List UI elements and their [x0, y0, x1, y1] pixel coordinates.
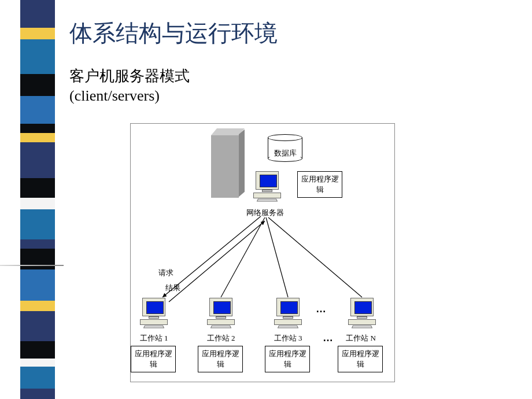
database-label: 数据库	[268, 148, 302, 158]
sidebar-color-block	[20, 198, 55, 209]
sidebar-color-block	[20, 124, 55, 133]
subtitle-line-1: 客户机服务器模式	[69, 66, 520, 86]
sidebar-color-block	[20, 249, 55, 269]
sidebar-color-block	[20, 178, 55, 198]
sidebar-color-block	[20, 96, 55, 124]
sidebar-color-block	[20, 39, 55, 74]
subtitle-line-2: (client/servers)	[69, 86, 520, 106]
sidebar-color-block	[20, 301, 55, 311]
network-server-label: 网络服务器	[236, 208, 294, 218]
sidebar-color-block	[20, 0, 55, 28]
sidebar-color-block	[20, 28, 55, 39]
svg-line-2	[221, 217, 265, 297]
workstation-2-label: 工作站 2	[198, 333, 244, 343]
workstation-3-logic-box: 应用程序逻辑	[265, 346, 310, 372]
ellipsis-icon: …	[323, 332, 333, 344]
architecture-diagram: 数据库 应用程序逻辑 网络服务器 请求 结果 … … 工作站 1 工作站 2 工…	[130, 123, 395, 382]
result-arrow-label: 结果	[165, 283, 180, 293]
server-tower-icon	[211, 128, 245, 197]
slide-title: 体系结构与运行环境	[69, 17, 520, 49]
sidebar-color-block	[20, 311, 55, 341]
workstation-2-icon	[206, 298, 236, 327]
workstation-n-logic-box: 应用程序逻辑	[338, 346, 383, 372]
slide-subtitle: 客户机服务器模式 (client/servers)	[69, 66, 520, 106]
sidebar-color-block	[20, 269, 55, 301]
sidebar-color-block	[20, 367, 55, 389]
workstation-1-logic-box: 应用程序逻辑	[131, 346, 176, 372]
workstation-3-icon	[273, 298, 303, 327]
server-app-logic-box: 应用程序逻辑	[297, 171, 342, 198]
decorative-sidebar	[20, 0, 55, 399]
sidebar-color-block	[20, 341, 55, 359]
workstation-1-icon	[139, 298, 169, 327]
workstation-1-label: 工作站 1	[131, 333, 177, 343]
sidebar-color-block	[20, 74, 55, 96]
sidebar-color-block	[20, 359, 55, 367]
server-computer-icon	[252, 171, 282, 200]
horizontal-rule	[0, 265, 64, 266]
svg-line-4	[268, 217, 362, 297]
request-arrow-label: 请求	[158, 268, 173, 278]
sidebar-color-block	[20, 209, 55, 239]
svg-line-1	[169, 221, 265, 302]
svg-line-3	[266, 217, 288, 297]
sidebar-color-block	[20, 389, 55, 399]
sidebar-color-block	[20, 133, 55, 142]
sidebar-color-block	[20, 239, 55, 249]
connection-lines	[131, 124, 396, 383]
workstation-3-label: 工作站 3	[265, 333, 311, 343]
workstation-n-icon	[347, 298, 377, 327]
ellipsis-icon: …	[316, 303, 326, 315]
workstation-2-logic-box: 应用程序逻辑	[198, 346, 243, 372]
sidebar-color-block	[20, 142, 55, 178]
slide-content: 体系结构与运行环境 客户机服务器模式 (client/servers)	[69, 17, 520, 117]
workstation-n-label: 工作站 N	[338, 333, 384, 343]
